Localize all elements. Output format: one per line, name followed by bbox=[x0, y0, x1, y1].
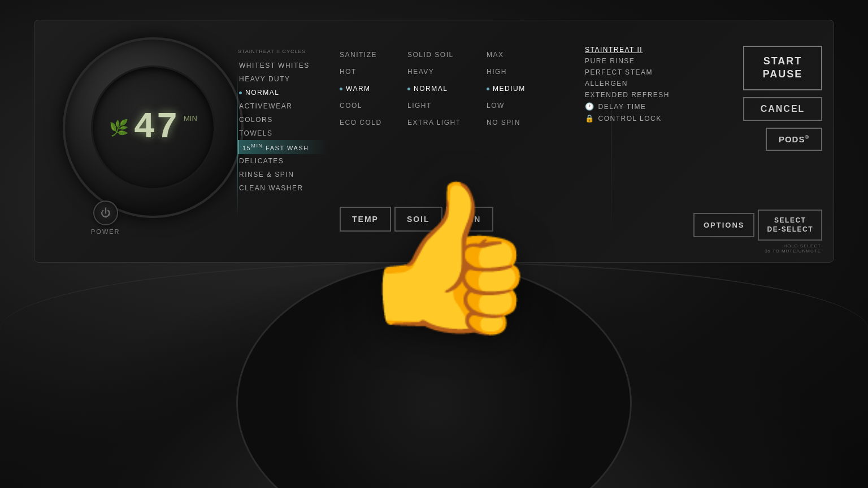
cycle-activewear[interactable]: ACTIVEWEAR bbox=[238, 99, 328, 113]
spin-high[interactable]: HIGH bbox=[487, 66, 554, 78]
options-button[interactable]: OPTIONS bbox=[693, 213, 755, 237]
deselect-label: DE-SELECT bbox=[767, 225, 813, 233]
right-top: STAINTREAT II PURE RINSE PERFECT STEAM A… bbox=[585, 46, 822, 151]
pods-reg: ® bbox=[805, 134, 809, 140]
spin-max[interactable]: MAX bbox=[487, 49, 554, 61]
option-staintreat[interactable]: STAINTREAT II bbox=[585, 46, 670, 54]
soil-solid[interactable]: SOLID SOIL bbox=[407, 49, 487, 61]
soil-light[interactable]: LIGHT bbox=[407, 99, 487, 112]
right-buttons-col: START PAUSE CANCEL PODS® bbox=[743, 46, 822, 151]
thumbs-up-emoji: 👍 bbox=[357, 183, 540, 330]
active-dot bbox=[487, 88, 489, 90]
display-area: 🌿 47 MIN bbox=[109, 110, 197, 146]
cycle-label: 15MIN FAST WASH bbox=[242, 143, 309, 151]
cycle-label: TOWELS bbox=[239, 129, 272, 137]
cycle-delicates[interactable]: DELICATES bbox=[238, 154, 328, 168]
soil-extra-light[interactable]: EXTRA LIGHT bbox=[407, 116, 487, 129]
timer-display: 47 bbox=[133, 110, 179, 146]
temp-hot[interactable]: HOT bbox=[340, 66, 407, 78]
cycles-section: STAINTREAT II CYCLES WHITEST WHITES HEAV… bbox=[238, 49, 328, 195]
option-pure-rinse[interactable]: PURE RINSE bbox=[585, 57, 670, 65]
option-extended-refresh[interactable]: EXTENDED REFRESH bbox=[585, 91, 670, 99]
active-dot bbox=[340, 88, 342, 90]
temp-eco-cold[interactable]: ECO COLD bbox=[340, 116, 407, 129]
settings-area: SANITIZE HOT WARM COOL ECO COLD SOLID SO… bbox=[340, 49, 588, 129]
option-label: DELAY TIME bbox=[598, 103, 646, 111]
temp-cool[interactable]: COOL bbox=[340, 99, 407, 112]
active-dot bbox=[407, 88, 410, 90]
cycle-heavy-duty[interactable]: HEAVY DUTY bbox=[238, 72, 328, 86]
soil-normal[interactable]: NORMAL bbox=[407, 82, 487, 95]
spin-low[interactable]: LOW bbox=[487, 99, 554, 112]
cycle-label: COLORS bbox=[239, 116, 273, 124]
power-label: POWER bbox=[91, 228, 120, 235]
option-label: PERFECT STEAM bbox=[585, 68, 653, 76]
spin-column: MAX HIGH MEDIUM LOW NO SPIN bbox=[487, 49, 554, 129]
start-pause-button[interactable]: START PAUSE bbox=[743, 46, 822, 90]
select-label: SELECT bbox=[774, 216, 806, 224]
hold-select-line1: HOLD SELECT bbox=[783, 243, 821, 249]
option-label: CONTROL LOCK bbox=[598, 115, 662, 123]
select-deselect-button[interactable]: SELECT DE-SELECT bbox=[758, 210, 822, 241]
pods-label: PODS bbox=[779, 134, 805, 144]
power-icon: ⏻ bbox=[101, 207, 111, 219]
cycle-label: WHITEST WHITES bbox=[239, 62, 310, 69]
cycle-label: NORMAL bbox=[245, 89, 279, 97]
hold-select-line2: 3s TO MUTE/UNMUTE bbox=[765, 249, 821, 254]
pods-button[interactable]: PODS® bbox=[766, 128, 822, 151]
options-list: STAINTREAT II PURE RINSE PERFECT STEAM A… bbox=[585, 46, 670, 123]
start-label: START bbox=[763, 55, 802, 67]
cycle-normal[interactable]: NORMAL bbox=[238, 86, 328, 99]
cycle-fast-wash[interactable]: 15MIN FAST WASH bbox=[238, 140, 328, 154]
option-label: STAINTREAT II bbox=[585, 46, 643, 54]
cycle-label: HEAVY DUTY bbox=[239, 75, 290, 83]
cycle-clean-washer[interactable]: CLEAN WASHER bbox=[238, 181, 328, 195]
leaf-icon: 🌿 bbox=[109, 119, 129, 137]
temp-sanitize[interactable]: SANITIZE bbox=[340, 49, 407, 61]
power-circle: ⏻ bbox=[93, 201, 118, 225]
lock-icon: 🔒 bbox=[585, 114, 595, 123]
cycle-whitest-whites[interactable]: WHITEST WHITES bbox=[238, 59, 328, 72]
clock-icon: 🕐 bbox=[585, 102, 595, 111]
cycle-label: RINSE & SPIN bbox=[239, 171, 294, 178]
option-label: PURE RINSE bbox=[585, 57, 635, 65]
option-label: ALLERGEN bbox=[585, 80, 628, 88]
dial-inner: 🌿 47 MIN bbox=[91, 66, 215, 190]
pause-label: PAUSE bbox=[763, 68, 803, 80]
hold-select-label: HOLD SELECT 3s TO MUTE/UNMUTE bbox=[765, 243, 821, 254]
soil-heavy[interactable]: HEAVY bbox=[407, 66, 487, 78]
temp-warm[interactable]: WARM bbox=[340, 82, 407, 95]
option-delay-time[interactable]: 🕐 DELAY TIME bbox=[585, 102, 670, 111]
staintreat-label: STAINTREAT II CYCLES bbox=[238, 49, 328, 54]
cycle-rinse-spin[interactable]: RINSE & SPIN bbox=[238, 168, 328, 181]
option-perfect-steam[interactable]: PERFECT STEAM bbox=[585, 68, 670, 76]
temp-column: SANITIZE HOT WARM COOL ECO COLD bbox=[340, 49, 407, 129]
power-button[interactable]: ⏻ POWER bbox=[91, 201, 120, 235]
cycle-towels[interactable]: TOWELS bbox=[238, 127, 328, 140]
option-allergen[interactable]: ALLERGEN bbox=[585, 80, 670, 88]
spin-medium[interactable]: MEDIUM bbox=[487, 82, 554, 95]
option-control-lock[interactable]: 🔒 CONTROL LOCK bbox=[585, 114, 670, 123]
soil-column: SOLID SOIL HEAVY NORMAL LIGHT EXTRA LIGH… bbox=[407, 49, 487, 129]
cycle-label: DELICATES bbox=[239, 157, 284, 165]
cancel-button[interactable]: CANCEL bbox=[743, 97, 822, 121]
min-label: MIN bbox=[184, 114, 197, 123]
cycle-label: CLEAN WASHER bbox=[239, 184, 303, 192]
bottom-right-controls: OPTIONS SELECT DE-SELECT bbox=[693, 210, 822, 241]
cycle-label: ACTIVEWEAR bbox=[239, 102, 292, 110]
dial-outer[interactable]: 🌿 47 MIN bbox=[63, 37, 244, 218]
option-label: EXTENDED REFRESH bbox=[585, 91, 670, 99]
panel-divider-1 bbox=[237, 71, 238, 218]
settings-row: SANITIZE HOT WARM COOL ECO COLD SOLID SO… bbox=[340, 49, 588, 129]
cycle-colors[interactable]: COLORS bbox=[238, 113, 328, 127]
spin-no-spin[interactable]: NO SPIN bbox=[487, 116, 554, 129]
active-dot bbox=[239, 91, 242, 94]
right-panel: STAINTREAT II PURE RINSE PERFECT STEAM A… bbox=[585, 46, 822, 151]
